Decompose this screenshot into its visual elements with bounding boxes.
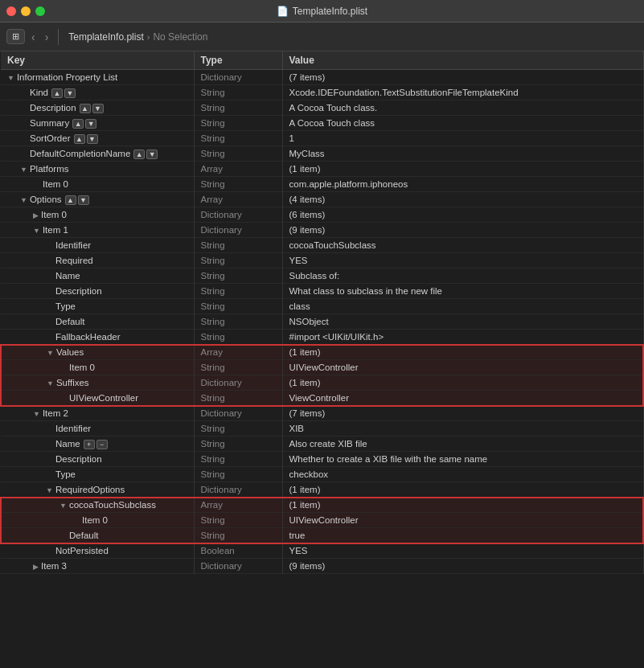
stepper-down[interactable]: ▼ [87,134,98,144]
type-text: Dictionary [194,375,282,391]
value-text: class [282,299,643,314]
type-text: String [194,330,282,345]
stepper-down[interactable]: ▼ [78,195,89,205]
table-row[interactable]: Item 0Dictionary(6 items) [1,207,643,223]
type-text: Dictionary [194,207,282,223]
table-row[interactable]: Name+−StringAlso create XIB file [1,436,643,452]
table-row[interactable]: RequiredStringYES [1,253,643,268]
value-text: (4 items) [282,192,643,207]
table-row[interactable]: DefaultStringtrue [1,528,643,543]
expand-triangle-down[interactable] [20,196,27,204]
table-row[interactable]: TypeStringclass [1,299,643,314]
stepper-buttons: ▲▼ [65,195,89,205]
table-row[interactable]: Item 0StringUIViewController [1,513,643,528]
expand-triangle-right[interactable] [33,211,39,219]
table-row[interactable]: IdentifierStringXIB [1,421,643,436]
key-text: Required [55,256,93,265]
stepper-down-2[interactable]: − [96,440,108,449]
minimize-button[interactable] [21,6,31,16]
breadcrumb-separator: › [147,32,150,42]
table-row[interactable]: PlatformsArray(1 item) [1,162,643,177]
expand-triangle-down[interactable] [20,166,27,174]
table-wrapper: Key Type Value Information Property List… [0,51,644,574]
table-row[interactable]: Options▲▼Array(4 items) [1,192,643,207]
value-text: MyClass [282,146,643,162]
table-row[interactable]: DescriptionStringWhether to create a XIB… [1,452,643,467]
type-text: String [194,116,282,131]
table-row[interactable]: Information Property ListDictionary(7 it… [1,70,643,85]
table-row[interactable]: Item 3Dictionary(9 items) [1,559,643,574]
expand-triangle-down[interactable] [59,502,67,510]
header-key: Key [1,51,194,70]
table-row[interactable]: SortOrder▲▼String1 [1,131,643,146]
stepper-up[interactable]: ▲ [65,195,76,205]
maximize-button[interactable] [35,6,45,16]
table-row[interactable]: DefaultStringNSObject [1,314,643,330]
key-text: FallbackHeader [55,332,121,342]
stepper-buttons: ▲▼ [51,88,76,98]
stepper-up-2[interactable]: + [84,440,95,449]
key-text: Default [55,317,84,326]
key-text: Kind [30,88,48,97]
grid-view-button[interactable]: ⊞ [6,29,25,44]
scroll-container[interactable]: Key Type Value Information Property List… [0,51,644,668]
key-text: Description [55,286,102,296]
table-row[interactable]: NotPersistedBooleanYES [1,543,643,559]
expand-triangle-down[interactable] [46,486,53,494]
table-row[interactable]: UIViewControllerStringViewController [1,391,643,406]
expand-triangle-down[interactable] [47,379,54,387]
table-header-row: Key Type Value [1,51,643,70]
back-button[interactable]: ‹ [28,29,39,45]
table-row[interactable]: Description▲▼StringA Cocoa Touch class. [1,100,643,116]
stepper-up[interactable]: ▲ [80,104,91,113]
breadcrumb: TemplateInfo.plist › No Selection [68,31,207,43]
stepper-buttons: ▲▼ [133,150,158,159]
type-text: String [194,314,282,330]
value-text: (1 item) [282,345,643,360]
table-row[interactable]: cocoaTouchSubclassArray(1 item) [1,498,643,513]
table-row[interactable]: RequiredOptionsDictionary(1 item) [1,482,643,498]
stepper-up[interactable]: ▲ [74,134,85,144]
stepper-down[interactable]: ▼ [85,119,96,129]
forward-button[interactable]: › [42,29,52,45]
expand-triangle-down[interactable] [47,349,54,357]
table-row[interactable]: DescriptionStringWhat class to subclass … [1,284,643,299]
table-row[interactable]: IdentifierStringcocoaTouchSubclass [1,238,643,253]
table-row[interactable]: Item 1Dictionary(9 items) [1,223,643,238]
value-text: ViewController [282,391,643,406]
stepper-down[interactable]: ▼ [64,88,76,98]
table-row[interactable]: NameStringSubclass of: [1,268,643,284]
type-text: String [194,299,282,314]
key-text: NotPersisted [55,546,109,555]
table-row[interactable]: SuffixesDictionary(1 item) [1,375,643,391]
stepper-down[interactable]: ▼ [146,150,158,159]
expand-triangle-down[interactable] [33,410,40,418]
table-row[interactable]: FallbackHeaderString#import <UIKit/UIKit… [1,330,643,345]
type-text: String [194,100,282,116]
stepper-up[interactable]: ▲ [51,88,63,98]
table-row[interactable]: Item 2Dictionary(7 items) [1,406,643,421]
expand-triangle-right[interactable] [33,563,39,571]
type-text: String [194,85,282,100]
table-row[interactable]: TypeStringcheckbox [1,467,643,482]
value-text: (7 items) [282,406,643,421]
key-text: Description [55,454,102,464]
table-row[interactable]: Item 0StringUIViewController [1,360,643,375]
stepper-up[interactable]: ▲ [133,150,145,159]
breadcrumb-file[interactable]: TemplateInfo.plist [68,31,143,43]
value-text: A Cocoa Touch class. [282,100,643,116]
value-text: Subclass of: [282,268,643,284]
table-row[interactable]: Item 0Stringcom.apple.platform.iphoneos [1,177,643,192]
key-text: Item 0 [43,179,68,189]
type-text: Boolean [194,543,282,559]
table-row[interactable]: Kind▲▼StringXcode.IDEFoundation.TextSubs… [1,85,643,100]
table-row[interactable]: DefaultCompletionName▲▼StringMyClass [1,146,643,162]
stepper-down[interactable]: ▼ [92,104,104,113]
value-text: checkbox [282,467,643,482]
stepper-up[interactable]: ▲ [72,119,84,129]
table-row[interactable]: ValuesArray(1 item) [1,345,643,360]
close-button[interactable] [6,6,16,16]
expand-triangle-down[interactable] [33,227,40,235]
table-row[interactable]: Summary▲▼StringA Cocoa Touch class [1,116,643,131]
expand-triangle-down[interactable] [7,74,14,82]
